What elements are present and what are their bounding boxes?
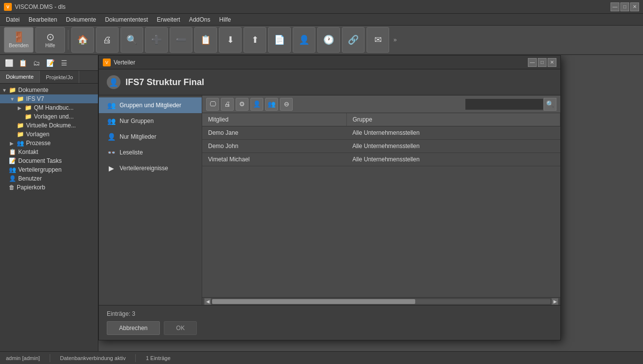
search-button[interactable]: 🔍 <box>544 98 556 111</box>
dialog-tb-settings[interactable]: ⚙ <box>236 98 248 111</box>
members-table-container[interactable]: Mitglied Gruppe Demo JaneAlle Unternehme… <box>202 113 560 297</box>
tab-dokumente[interactable]: Dokumente <box>0 71 40 83</box>
tree-item-qm[interactable]: ▶ 📁 QM Handbuc... <box>0 103 98 112</box>
dialog-controls[interactable]: — □ ✕ <box>528 58 556 67</box>
panel-toolbar-icon-4[interactable]: 📝 <box>44 57 56 69</box>
toolbar-download[interactable]: ⬇ <box>219 27 242 53</box>
search-input[interactable] <box>465 98 544 110</box>
dialog-tb-print[interactable]: 🖨 <box>221 98 234 111</box>
cancel-button[interactable]: Abbrechen <box>107 321 160 335</box>
toolbar-link[interactable]: 🔗 <box>342 27 365 53</box>
toolbar-doc[interactable]: 📄 <box>268 27 291 53</box>
tree-item-kontakt[interactable]: 📋 Kontakt <box>0 148 98 156</box>
hscroll-bar[interactable]: ◀ ▶ <box>202 297 560 305</box>
scroll-track[interactable] <box>212 299 551 304</box>
dialog-toolbar: 🖵 🖨 ⚙ 👤 👥 <box>202 95 560 113</box>
panel-toolbar-icon-5[interactable]: ☰ <box>58 57 70 69</box>
entries-count: Einträge: 3 <box>107 310 552 317</box>
table-row[interactable]: Vimetal MichaelAlle Unternehmensstellen <box>202 153 560 166</box>
dialog-title: Verteiler <box>114 59 135 66</box>
maximize-button[interactable]: □ <box>620 2 629 11</box>
remove-member-icon: ⊖ <box>284 100 289 108</box>
menu-bearbeiten[interactable]: Bearbeiten <box>25 15 61 24</box>
dialog-header-icon: 👤 <box>107 75 121 89</box>
cell-mitglied: Demo John <box>202 140 346 153</box>
tree-item-prozesse[interactable]: ▶ 👥 Prozesse <box>0 139 98 148</box>
sidebar-leseliste[interactable]: 👓 Leseliste <box>99 145 202 160</box>
tree-item-vorlagen[interactable]: 📁 Vorlagen und... <box>0 112 98 121</box>
menu-dokumente[interactable]: Dokumente <box>62 15 100 24</box>
toolbar-home[interactable]: 🏠 <box>71 27 94 53</box>
toolbar-print[interactable]: 🖨 <box>96 27 119 53</box>
scroll-right[interactable]: ▶ <box>551 298 558 305</box>
col-gruppe[interactable]: Gruppe <box>346 113 560 126</box>
toolbar-email[interactable]: ✉ <box>367 27 389 53</box>
menu-dokumententest[interactable]: Dokumententest <box>101 15 152 24</box>
toolbar-upload[interactable]: ⬆ <box>244 27 266 53</box>
toolbar-clock[interactable]: 🕐 <box>317 27 340 53</box>
toolbar-remove[interactable]: ➖ <box>170 27 192 53</box>
tree-item-virtuelle[interactable]: 📁 Virtuelle Dokume... <box>0 121 98 130</box>
dialog-tb-view[interactable]: 🖵 <box>206 98 219 111</box>
tree-item-vorlagen2[interactable]: 📁 Vorlagen <box>0 130 98 139</box>
table-row[interactable]: Demo JohnAlle Unternehmensstellen <box>202 140 560 153</box>
ok-button[interactable]: OK <box>164 321 197 335</box>
minimize-button[interactable]: — <box>611 2 619 11</box>
dialog-tb-add-group[interactable]: 👥 <box>265 98 278 111</box>
dialog-body: 👥 Gruppen und Mitglieder 👥 Nur Gruppen 👤… <box>99 95 560 305</box>
sidebar-nur-gruppen[interactable]: 👥 Nur Gruppen <box>99 113 202 129</box>
tree-item-papierkorb[interactable]: 🗑 Papierkorb <box>0 183 98 192</box>
dialog-tb-remove[interactable]: ⊖ <box>280 98 293 111</box>
tree-item-document-tasks[interactable]: 📝 Document Tasks <box>0 156 98 165</box>
menu-datei[interactable]: Datei <box>2 15 24 24</box>
toolbar-zoom[interactable]: 🔍 <box>121 27 143 53</box>
sidebar-gruppen-mitglieder[interactable]: 👥 Gruppen und Mitglieder <box>99 97 202 113</box>
sidebar-item-label-3: Nur Mitglieder <box>120 133 156 140</box>
dialog-tb-add-user[interactable]: 👤 <box>250 98 263 111</box>
toolbar-beenden[interactable]: 🚪 Beenden <box>4 27 33 53</box>
toolbar-more[interactable]: » <box>391 27 399 53</box>
dialog-content: 🖵 🖨 ⚙ 👤 👥 <box>202 95 560 305</box>
toolbar-hilfe[interactable]: ⊙ Hilfe <box>35 27 65 53</box>
nur-mitglieder-icon: 👤 <box>107 133 116 141</box>
content-area: V Verteiler — □ ✕ 👤 IFS7 Struktur Final <box>98 55 643 351</box>
tree-item-benutzer[interactable]: 👤 Benutzer <box>0 174 98 183</box>
toolbar-user[interactable]: 👤 <box>293 27 315 53</box>
tree-label-kontakt: Kontakt <box>18 149 38 155</box>
window-controls[interactable]: — □ ✕ <box>611 2 639 11</box>
tree-item-dokumente[interactable]: ▼ 📁 Dokumente <box>0 86 98 94</box>
menu-erweitert[interactable]: Erweitert <box>153 15 184 24</box>
scroll-left[interactable]: ◀ <box>204 298 211 305</box>
menu-hilfe[interactable]: Hilfe <box>215 15 235 24</box>
tree-label-virtuelle: Virtuelle Dokume... <box>26 122 76 129</box>
toolbar-add[interactable]: ➕ <box>145 27 168 53</box>
dialog-search[interactable]: 🔍 <box>465 98 556 111</box>
menu-addons[interactable]: AddOns <box>185 15 214 24</box>
exit-icon: 🚪 <box>13 32 25 42</box>
dialog-header: 👤 IFS7 Struktur Final <box>99 69 560 95</box>
panel-toolbar-icon-1[interactable]: ⬜ <box>3 57 15 69</box>
folder-virtuelle-icon: 📁 <box>17 122 24 129</box>
dialog-close[interactable]: ✕ <box>548 58 556 67</box>
scroll-thumb[interactable] <box>212 299 415 304</box>
folder-vorlagen-icon: 📁 <box>25 113 32 120</box>
papierkorb-icon: 🗑 <box>9 184 15 191</box>
tree-item-ifs[interactable]: ▼ 📁 IFS V7 <box>0 94 98 103</box>
dialog-maximize[interactable]: □ <box>538 58 547 67</box>
sidebar-nur-mitglieder[interactable]: 👤 Nur Mitglieder <box>99 129 202 145</box>
tree-item-verteilergruppen[interactable]: 👥 Verteilergruppen <box>0 165 98 174</box>
panel-toolbar-icon-3[interactable]: 🗂 <box>31 57 42 69</box>
tasks-icon: 📝 <box>9 157 16 164</box>
tab-projekte[interactable]: Projekte/Jo <box>40 71 79 83</box>
tree-label-prozesse: Prozesse <box>26 140 51 147</box>
col-mitglied[interactable]: Mitglied <box>202 113 346 126</box>
dialog-minimize[interactable]: — <box>528 58 537 67</box>
app-icon: V <box>4 3 12 11</box>
table-row[interactable]: Demo JaneAlle Unternehmensstellen <box>202 126 560 140</box>
panel-toolbar-icon-2[interactable]: 📋 <box>17 57 29 69</box>
toolbar-clipboard[interactable]: 📋 <box>194 27 217 53</box>
verteiler-icon: 👥 <box>9 166 16 173</box>
sidebar-verteilerereignisse[interactable]: ▶ Verteilerereignisse <box>99 160 202 176</box>
left-panel: ⬜ 📋 🗂 📝 ☰ Dokumente Projekte/Jo ▼ 📁 Doku… <box>0 55 98 351</box>
close-button[interactable]: ✕ <box>630 2 639 11</box>
